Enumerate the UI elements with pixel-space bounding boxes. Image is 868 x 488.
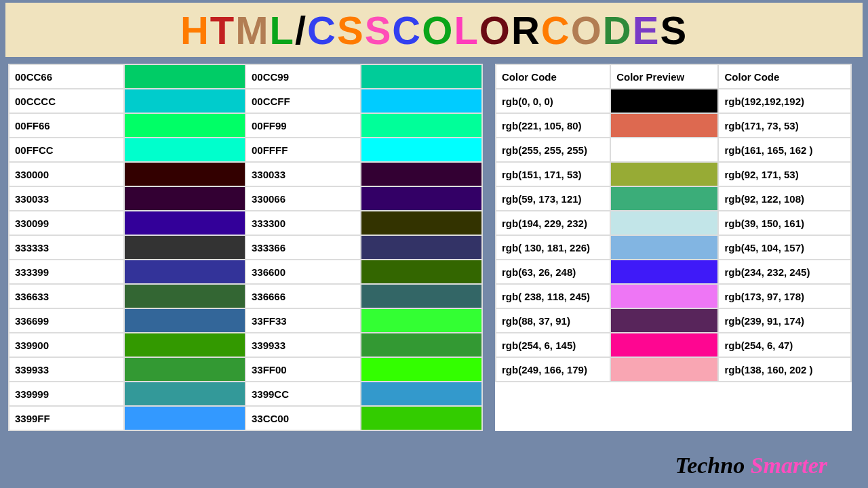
hex-code: 33CC00 bbox=[245, 406, 361, 430]
rgb-code: rgb(92, 122, 108) bbox=[718, 186, 851, 211]
color-swatch bbox=[124, 89, 245, 113]
rgb-code: rgb(161, 165, 162 ) bbox=[718, 138, 851, 162]
table-row: rgb(249, 166, 179)rgb(138, 160, 202 ) bbox=[496, 357, 851, 382]
column-header: Color Code bbox=[496, 64, 610, 89]
rgb-code: rgb(194, 229, 232) bbox=[496, 211, 610, 235]
color-swatch bbox=[361, 260, 482, 284]
rgb-code: rgb(88, 37, 91) bbox=[496, 308, 610, 333]
table-row: rgb(88, 37, 91)rgb(239, 91, 174) bbox=[496, 308, 851, 333]
hex-code: 00FF99 bbox=[245, 113, 361, 138]
rgb-code: rgb(234, 232, 245) bbox=[718, 260, 851, 284]
title-letter: C bbox=[392, 7, 422, 53]
title-letter: D bbox=[603, 7, 633, 53]
rgb-code: rgb(192,192,192) bbox=[718, 89, 851, 113]
title-letter: H bbox=[180, 7, 210, 53]
color-swatch bbox=[361, 406, 482, 430]
hex-code: 33FF33 bbox=[245, 308, 361, 333]
table-row: rgb(255, 255, 255)rgb(161, 165, 162 ) bbox=[496, 138, 851, 162]
color-swatch bbox=[361, 382, 482, 406]
title-letter: C bbox=[541, 7, 571, 53]
color-swatch bbox=[361, 64, 482, 89]
title-letter: S bbox=[660, 7, 688, 53]
table-row: 00CC6600CC99 bbox=[9, 64, 482, 89]
hex-code: 330000 bbox=[9, 162, 124, 186]
color-swatch bbox=[124, 186, 245, 211]
table-row: 330033330066 bbox=[9, 186, 482, 211]
title-letter: O bbox=[422, 7, 454, 53]
column-header: Color Preview bbox=[610, 64, 718, 89]
rgb-code: rgb(45, 104, 157) bbox=[718, 235, 851, 260]
hex-code: 33FF00 bbox=[245, 357, 361, 382]
table-row: rgb(151, 171, 53)rgb(92, 171, 53) bbox=[496, 162, 851, 186]
hex-code: 336633 bbox=[9, 284, 124, 308]
table-row: 00CCCC00CCFF bbox=[9, 89, 482, 113]
color-swatch bbox=[124, 113, 245, 138]
table-row: 336633336666 bbox=[9, 284, 482, 308]
rgb-code: rgb(63, 26, 248) bbox=[496, 260, 610, 284]
rgb-code: rgb(59, 173, 121) bbox=[496, 186, 610, 211]
rgb-code: rgb(173, 97, 178) bbox=[718, 284, 851, 308]
table-row: 330099333300 bbox=[9, 211, 482, 235]
hex-code: 330033 bbox=[9, 186, 124, 211]
title-letter: S bbox=[365, 7, 393, 53]
color-swatch bbox=[361, 113, 482, 138]
rgb-code: rgb(171, 73, 53) bbox=[718, 113, 851, 138]
color-swatch bbox=[124, 406, 245, 430]
rgb-code: rgb(138, 160, 202 ) bbox=[718, 357, 851, 382]
table-header-row: Color CodeColor PreviewColor Code bbox=[496, 64, 851, 89]
color-swatch bbox=[610, 284, 718, 308]
hex-code: 00FFCC bbox=[9, 138, 124, 162]
color-swatch bbox=[361, 89, 482, 113]
color-swatch bbox=[124, 260, 245, 284]
color-swatch bbox=[124, 162, 245, 186]
hex-code: 339933 bbox=[245, 333, 361, 357]
rgb-code: rgb(151, 171, 53) bbox=[496, 162, 610, 186]
table-row: rgb(63, 26, 248)rgb(234, 232, 245) bbox=[496, 260, 851, 284]
hex-code: 336600 bbox=[245, 260, 361, 284]
rgb-code: rgb(39, 150, 161) bbox=[718, 211, 851, 235]
table-row: 3399FF33CC00 bbox=[9, 406, 482, 430]
table-row: 333399336600 bbox=[9, 260, 482, 284]
hex-code: 330066 bbox=[245, 186, 361, 211]
title-letter: E bbox=[633, 7, 660, 53]
color-swatch bbox=[610, 89, 718, 113]
table-row: 33669933FF33 bbox=[9, 308, 482, 333]
hex-code: 339900 bbox=[9, 333, 124, 357]
hex-code: 330033 bbox=[245, 162, 361, 186]
hex-code: 00FFFF bbox=[245, 138, 361, 162]
color-swatch bbox=[124, 357, 245, 382]
color-swatch bbox=[124, 138, 245, 162]
page-title: HTML/CSS COLOR CODES bbox=[5, 3, 863, 57]
table-row: rgb( 130, 181, 226)rgb(45, 104, 157) bbox=[496, 235, 851, 260]
title-letter: M bbox=[235, 7, 269, 53]
color-swatch bbox=[610, 333, 718, 357]
color-swatch bbox=[361, 211, 482, 235]
rgb-color-table: Color CodeColor PreviewColor Codergb(0, … bbox=[495, 64, 852, 431]
title-letter: L bbox=[454, 7, 479, 53]
hex-code: 00CC66 bbox=[9, 64, 124, 89]
rgb-code: rgb(249, 166, 179) bbox=[496, 357, 610, 382]
color-swatch bbox=[610, 260, 718, 284]
color-swatch bbox=[361, 308, 482, 333]
table-row: 00FFCC00FFFF bbox=[9, 138, 482, 162]
rgb-code: rgb( 238, 118, 245) bbox=[496, 284, 610, 308]
rgb-code: rgb(239, 91, 174) bbox=[718, 308, 851, 333]
rgb-code: rgb(254, 6, 145) bbox=[496, 333, 610, 357]
rgb-code: rgb(221, 105, 80) bbox=[496, 113, 610, 138]
color-swatch bbox=[124, 308, 245, 333]
table-row: 3399993399CC bbox=[9, 382, 482, 406]
rgb-code: rgb(0, 0, 0) bbox=[496, 89, 610, 113]
table-row: 333333333366 bbox=[9, 235, 482, 260]
hex-code: 333333 bbox=[9, 235, 124, 260]
table-row: 339900339933 bbox=[9, 333, 482, 357]
rgb-code: rgb(92, 171, 53) bbox=[718, 162, 851, 186]
hex-code: 333300 bbox=[245, 211, 361, 235]
hex-color-table: 00CC6600CC9900CCCC00CCFF00FF6600FF9900FF… bbox=[8, 64, 483, 431]
hex-code: 330099 bbox=[9, 211, 124, 235]
title-letter: T bbox=[210, 7, 235, 53]
color-swatch bbox=[610, 235, 718, 260]
title-letter: / bbox=[295, 7, 307, 53]
table-row: rgb(254, 6, 145)rgb(254, 6, 47) bbox=[496, 333, 851, 357]
table-row: rgb(0, 0, 0)rgb(192,192,192) bbox=[496, 89, 851, 113]
table-row: 00FF6600FF99 bbox=[9, 113, 482, 138]
